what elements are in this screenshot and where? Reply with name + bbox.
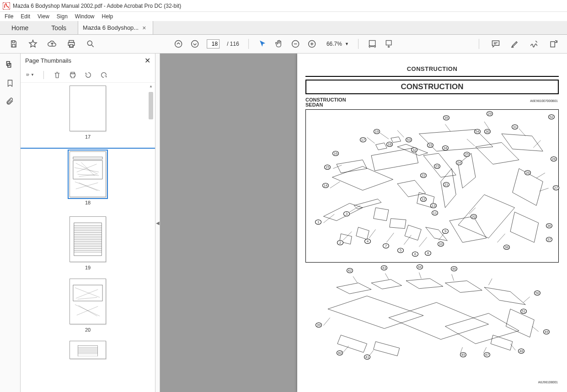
- thumbnail-label: 20: [85, 327, 91, 333]
- thumbnail-label: 19: [85, 265, 91, 270]
- svg-rect-12: [551, 42, 555, 47]
- magnifier-icon[interactable]: [86, 39, 95, 48]
- thumb-print-icon[interactable]: [69, 71, 77, 79]
- svg-line-67: [324, 318, 330, 326]
- thumbnail-item-selected[interactable]: 18: [21, 148, 155, 208]
- callout: 19: [374, 129, 380, 134]
- callout: 47: [484, 352, 490, 357]
- zoom-out-icon[interactable]: [291, 39, 300, 48]
- thumbnails-list[interactable]: 17: [21, 83, 155, 392]
- exploded-diagram-top: 1 2 3 4 5 6 7 8 9 10 11 12 13 14 15 16 1: [305, 109, 559, 263]
- star-icon[interactable]: [28, 39, 37, 48]
- callout: 5: [397, 248, 404, 253]
- svg-line-74: [489, 279, 492, 285]
- svg-line-72: [419, 273, 422, 279]
- thumbnails-tab-icon[interactable]: [5, 60, 15, 70]
- page-down-icon[interactable]: [190, 39, 199, 48]
- zoom-in-icon[interactable]: [307, 39, 316, 48]
- thumbnail-item[interactable]: 20: [21, 279, 155, 333]
- menu-help[interactable]: Help: [102, 13, 113, 20]
- fit-width-icon[interactable]: [368, 39, 377, 48]
- scroll-thumb[interactable]: [149, 92, 153, 119]
- svg-line-61: [519, 129, 525, 136]
- callout: 17: [360, 137, 366, 142]
- page-up-icon[interactable]: [174, 39, 183, 48]
- menu-window[interactable]: Window: [75, 13, 95, 20]
- svg-rect-1: [12, 41, 15, 43]
- comment-icon[interactable]: [491, 39, 500, 48]
- thumb-separator: [43, 71, 44, 79]
- thumbnail-page: [70, 216, 106, 262]
- callout: 45: [460, 352, 466, 357]
- tab-document[interactable]: Mazda 6 Bodyshop... ×: [78, 21, 153, 34]
- thumbnail-item[interactable]: [21, 341, 155, 359]
- callout: 26: [524, 170, 531, 175]
- save-icon[interactable]: [9, 39, 18, 48]
- thumbnail-page: [70, 279, 106, 324]
- panel-collapse-handle[interactable]: ◀: [155, 54, 160, 392]
- svg-line-58: [445, 124, 450, 131]
- callout: 13: [430, 203, 437, 208]
- thumbnail-page: [70, 86, 106, 131]
- svg-rect-20: [74, 223, 102, 256]
- svg-point-5: [87, 41, 92, 45]
- callout: 16: [332, 151, 339, 156]
- pointer-icon[interactable]: [258, 39, 267, 48]
- page-number-input[interactable]: [207, 39, 219, 48]
- menu-view[interactable]: View: [37, 13, 49, 20]
- toolbar-separator: [358, 39, 358, 49]
- document-area[interactable]: CONSTRUCTION CONSTRUCTION CONSTRUCTION A…: [160, 54, 567, 392]
- svg-line-70: [353, 276, 358, 283]
- svg-point-6: [175, 41, 182, 48]
- svg-rect-19: [73, 161, 102, 179]
- page-code-top: A6E981007000B01: [530, 99, 558, 102]
- callout: 33: [427, 143, 433, 148]
- tab-home[interactable]: Home: [0, 21, 40, 34]
- thumb-rotate-ccw-icon[interactable]: [84, 71, 92, 79]
- scroll-up-icon[interactable]: ▲: [148, 83, 154, 89]
- callout: 46: [451, 266, 457, 271]
- page-rule: [305, 76, 559, 77]
- menu-edit[interactable]: Edit: [21, 13, 30, 20]
- thumbnails-tools: ▼: [21, 67, 155, 83]
- thumbnail-item[interactable]: 19: [21, 216, 155, 270]
- thumbnail-page: [70, 151, 106, 197]
- bookmark-tab-icon[interactable]: [5, 78, 15, 88]
- svg-line-69: [369, 350, 374, 356]
- callout: 42: [347, 268, 353, 273]
- svg-line-53: [330, 182, 340, 188]
- callout: 49: [543, 329, 550, 334]
- svg-line-55: [367, 137, 375, 143]
- page-running-head: CONSTRUCTION: [305, 65, 559, 72]
- thumbnail-item[interactable]: 17: [21, 86, 155, 140]
- svg-line-68: [343, 346, 348, 352]
- chevron-down-icon: ▼: [345, 42, 349, 46]
- zoom-dropdown[interactable]: 66.7%▼: [326, 41, 349, 47]
- tab-tools[interactable]: Tools: [40, 21, 78, 34]
- thumb-options-icon[interactable]: ▼: [26, 71, 34, 79]
- svg-line-66: [497, 234, 505, 242]
- print-icon[interactable]: [67, 39, 76, 48]
- svg-point-7: [192, 41, 198, 48]
- callout: 23: [434, 164, 440, 169]
- menu-sign[interactable]: Sign: [57, 13, 68, 20]
- callout: 28: [551, 156, 557, 161]
- thumbnails-scrollbar[interactable]: ▲: [148, 83, 154, 392]
- sign-icon[interactable]: [530, 39, 539, 48]
- thumb-delete-icon[interactable]: [53, 71, 61, 79]
- rotate-icon[interactable]: [549, 39, 558, 48]
- attachments-tab-icon[interactable]: [5, 97, 15, 107]
- thumb-rotate-cw-icon[interactable]: [100, 71, 108, 79]
- callout: 6: [412, 252, 418, 257]
- menu-file[interactable]: File: [5, 13, 13, 20]
- tab-document-close[interactable]: ×: [142, 24, 146, 32]
- cloud-upload-icon[interactable]: [48, 39, 57, 48]
- fit-page-icon[interactable]: [384, 39, 393, 48]
- svg-rect-11: [386, 41, 391, 45]
- callout: 27: [553, 185, 559, 190]
- thumbnails-close-icon[interactable]: ✕: [144, 56, 150, 65]
- hand-icon[interactable]: [274, 39, 284, 48]
- highlight-icon[interactable]: [510, 39, 519, 48]
- svg-rect-10: [369, 41, 375, 46]
- pdf-page: CONSTRUCTION CONSTRUCTION CONSTRUCTION A…: [297, 54, 567, 392]
